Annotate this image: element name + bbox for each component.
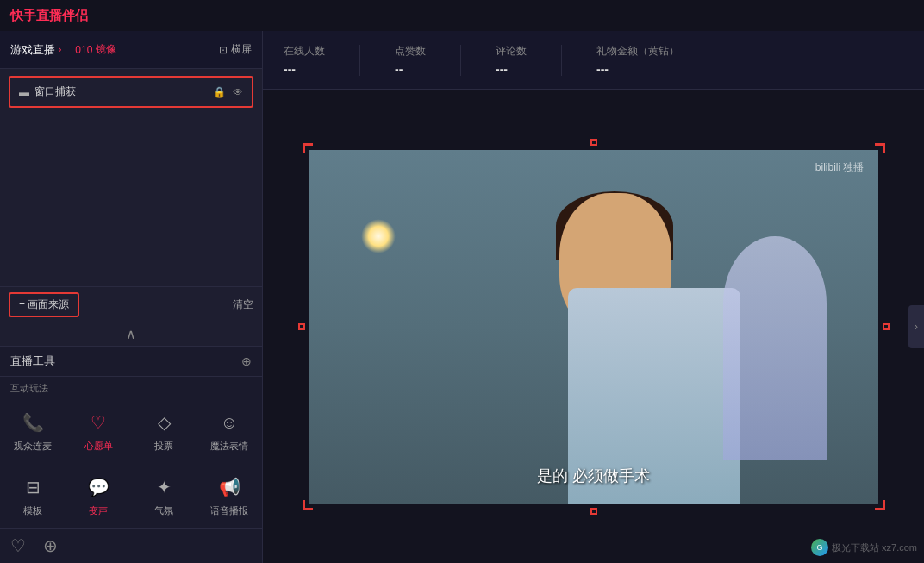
stat-online: 在线人数 ---	[284, 44, 325, 76]
mirror-label: 镜像	[96, 42, 116, 57]
tool-voice-change[interactable]: 💬 变声	[66, 466, 131, 524]
source-type-icon: ▬	[19, 86, 29, 98]
video-container: bilibili 独播 是的 必须做手术	[309, 150, 878, 504]
tools-grid-row1: 📞 观众连麦 ♡ 心愿单 ◇ 投票 ☺ 魔法表情	[0, 398, 262, 463]
edge-top	[590, 139, 597, 146]
mirror-button[interactable]: 010 镜像	[75, 42, 116, 57]
stat-divider-1	[359, 45, 360, 76]
tool-magic-emoji[interactable]: ☺ 魔法表情	[197, 402, 262, 460]
heart-icon[interactable]: ♡	[10, 535, 26, 556]
video-watermark: bilibili 独播	[815, 160, 865, 175]
stat-divider-3	[561, 45, 562, 76]
collapse-button[interactable]: ∧	[0, 322, 262, 346]
sidebar-top: 游戏直播 › 010 镜像 ⊡ 横屏	[0, 31, 262, 69]
source-actions: 🔒 👁	[213, 86, 243, 98]
tool-voice-broadcast[interactable]: 📢 语音播报	[197, 466, 262, 524]
voice-change-label: 变声	[89, 504, 108, 517]
watermark-text: 极光下载站 xz7.com	[832, 541, 917, 554]
app-title: 快手直播伴侣	[10, 8, 88, 24]
title-bar: 快手直播伴侣	[0, 0, 924, 31]
lock-icon[interactable]: 🔒	[213, 86, 226, 98]
content-area: 在线人数 --- 点赞数 -- 评论数 --- 礼物金额（黄钻） ---	[263, 31, 924, 563]
expand-icon: ›	[915, 321, 918, 333]
video-scene: bilibili 独播 是的 必须做手术	[309, 150, 878, 504]
stat-divider-2	[460, 45, 461, 76]
likes-label: 点赞数	[395, 44, 426, 59]
background-character	[723, 236, 827, 460]
add-source-button[interactable]: + 画面来源	[9, 292, 79, 317]
magic-emoji-label: 魔法表情	[210, 440, 248, 453]
landscape-label: 横屏	[231, 42, 252, 57]
source-label: 窗口捕获	[34, 84, 208, 99]
sidebar: 游戏直播 › 010 镜像 ⊡ 横屏 ▬ 窗口捕获 🔒 👁	[0, 31, 263, 563]
online-value: ---	[284, 62, 296, 76]
interaction-label: 互动玩法	[0, 377, 262, 398]
template-label: 模板	[23, 504, 42, 517]
template-icon: ⊟	[19, 473, 47, 501]
edge-right	[883, 323, 890, 330]
voice-broadcast-label: 语音播报	[210, 504, 248, 517]
gifts-value: ---	[596, 62, 609, 76]
audience-mic-label: 观众连麦	[14, 440, 52, 453]
source-item[interactable]: ▬ 窗口捕获 🔒 👁	[9, 76, 253, 108]
mirror-count: 010	[75, 44, 92, 56]
watermark-logo: G	[811, 539, 828, 556]
add-source-label: + 画面来源	[19, 297, 69, 312]
preview-area: bilibili 独播 是的 必须做手术 ›	[263, 90, 924, 563]
eye-icon[interactable]: 👁	[233, 86, 243, 98]
voice-change-icon: 💬	[84, 473, 112, 501]
expand-handle[interactable]: ›	[908, 305, 924, 348]
online-label: 在线人数	[284, 44, 325, 59]
bottom-icons-row: ♡ ⊕	[0, 528, 262, 563]
tool-atmosphere[interactable]: ✦ 气氛	[131, 466, 197, 524]
game-live-label: 游戏直播	[10, 42, 55, 58]
wishlist-label: 心愿单	[84, 440, 113, 453]
stat-comments: 评论数 ---	[496, 44, 527, 76]
tools-grid-row2: ⊟ 模板 💬 变声 ✦ 气氛 📢 语音播报	[0, 463, 262, 528]
collapse-icon: ∧	[126, 326, 136, 342]
magic-emoji-icon: ☺	[215, 409, 243, 436]
atmosphere-icon: ✦	[150, 473, 178, 501]
page-watermark: G 极光下载站 xz7.com	[811, 539, 917, 556]
source-controls: + 画面来源 清空	[0, 286, 262, 322]
atmosphere-label: 气氛	[154, 504, 173, 517]
video-black-bg: bilibili 独播 是的 必须做手术	[309, 150, 878, 504]
comments-label: 评论数	[496, 44, 527, 59]
video-subtitle: 是的 必须做手术	[309, 466, 878, 486]
landscape-button[interactable]: ⊡ 横屏	[219, 42, 252, 57]
wishlist-icon: ♡	[84, 409, 112, 436]
stat-likes: 点赞数 --	[395, 44, 426, 76]
live-tools-settings-icon[interactable]: ⊕	[241, 354, 252, 368]
chevron-right-icon: ›	[59, 45, 61, 54]
tool-wishlist[interactable]: ♡ 心愿单	[66, 402, 131, 460]
main-layout: 游戏直播 › 010 镜像 ⊡ 横屏 ▬ 窗口捕获 🔒 👁	[0, 31, 924, 563]
live-tools-title: 直播工具	[10, 353, 55, 369]
vote-icon: ◇	[150, 409, 178, 436]
comments-value: ---	[496, 62, 508, 76]
live-tools-header: 直播工具 ⊕	[0, 347, 262, 377]
gifts-label: 礼物金额（黄钻）	[596, 44, 679, 59]
vote-label: 投票	[154, 440, 173, 453]
download-icon[interactable]: ⊕	[43, 535, 58, 556]
edge-bottom	[590, 508, 597, 515]
voice-broadcast-icon: 📢	[215, 473, 243, 501]
stats-bar: 在线人数 --- 点赞数 -- 评论数 --- 礼物金额（黄钻） ---	[263, 31, 924, 90]
game-live-button[interactable]: 游戏直播 ›	[10, 42, 61, 58]
stat-gifts: 礼物金额（黄钻） ---	[596, 44, 679, 76]
live-tools: 直播工具 ⊕ 互动玩法 📞 观众连麦 ♡ 心愿单 ◇ 投票	[0, 346, 262, 563]
tool-template[interactable]: ⊟ 模板	[0, 466, 66, 524]
edge-left	[298, 323, 305, 330]
tool-audience-mic[interactable]: 📞 观众连麦	[0, 402, 66, 460]
likes-value: --	[395, 62, 403, 76]
light-source	[361, 219, 396, 253]
tool-vote[interactable]: ◇ 投票	[131, 402, 197, 460]
audience-mic-icon: 📞	[19, 409, 47, 436]
sidebar-spacer	[0, 115, 262, 286]
clear-button[interactable]: 清空	[233, 297, 253, 312]
landscape-icon: ⊡	[219, 44, 228, 56]
